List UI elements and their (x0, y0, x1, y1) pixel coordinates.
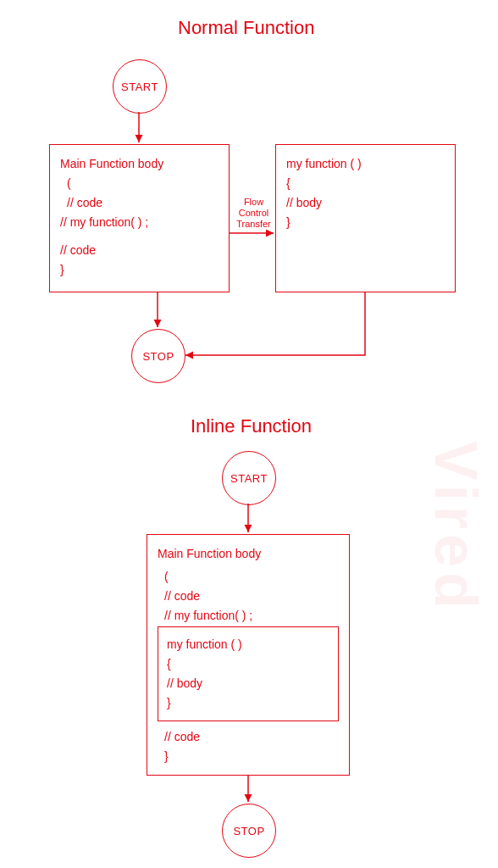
start-label: START (121, 81, 158, 93)
code-line: } (60, 261, 219, 279)
watermark: Vired (422, 441, 490, 614)
normal-title: Normal Function (178, 17, 314, 39)
normal-start-node: START (113, 59, 167, 114)
inline-start-node: START (222, 451, 276, 505)
code-line: // code (60, 242, 219, 259)
code-line: // body (286, 194, 445, 212)
main-heading: Main Function body (60, 155, 219, 173)
code-line: ( (60, 175, 219, 192)
code-line: // code (158, 728, 339, 746)
code-line: // code (60, 194, 219, 212)
code-line: } (286, 214, 445, 231)
start-label: START (230, 472, 268, 485)
inline-inner-box: my function ( ) { // body } (158, 626, 339, 721)
flow-l2: Control (239, 208, 268, 218)
normal-callee-box: my function ( ) { // body } (275, 144, 456, 292)
flow-l3: Transfer (236, 219, 271, 229)
code-line: } (167, 694, 329, 712)
flow-l1: Flow (244, 197, 263, 207)
stop-label: STOP (142, 350, 174, 363)
code-line: } (158, 748, 339, 765)
stop-label: STOP (233, 825, 264, 837)
code-line: my function ( ) (286, 155, 445, 173)
code-line: { (286, 175, 445, 192)
main-heading: Main Function body (158, 545, 339, 563)
code-line: { (167, 655, 329, 673)
normal-stop-node: STOP (131, 329, 185, 383)
normal-main-box: Main Function body ( // code // my funct… (49, 144, 230, 292)
code-line: // my function( ) ; (158, 607, 339, 625)
inline-title: Inline Function (191, 415, 312, 437)
code-line: ( (158, 568, 339, 586)
code-line: my function ( ) (167, 636, 329, 654)
code-line: // code (158, 587, 339, 605)
flow-control-label: Flow Control Transfer (235, 197, 273, 231)
inline-main-box: Main Function body ( // code // my funct… (147, 534, 350, 776)
code-line: // my function( ) ; (60, 214, 219, 231)
code-line: // body (167, 675, 329, 693)
inline-stop-node: STOP (222, 804, 276, 858)
